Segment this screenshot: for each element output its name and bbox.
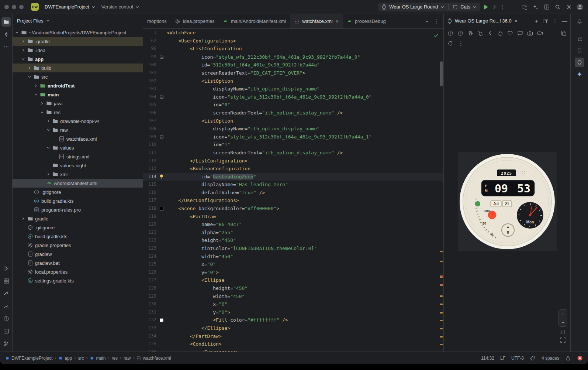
code-line-62[interactable]: 62 <UserConfigurations> <box>143 37 443 45</box>
minimize-window-button[interactable] <box>12 5 16 9</box>
code-line-126[interactable]: 126 y="0"> <box>143 268 443 277</box>
tree-item[interactable]: values <box>13 143 143 152</box>
gradle-tool-button[interactable] <box>575 34 584 44</box>
more-run-actions-icon[interactable]: ⋮ <box>500 4 505 10</box>
profile-run-icon[interactable] <box>492 4 498 10</box>
project-menu[interactable]: DWFExampleProject <box>42 3 98 11</box>
gemini-tool-button[interactable] <box>575 69 584 79</box>
tree-item[interactable]: local.properties <box>13 267 143 276</box>
code-line-116[interactable]: 116 defaultValue="true" /> <box>143 189 443 197</box>
device-mirror-icon[interactable] <box>522 4 528 10</box>
code-line-1[interactable]: 1<WatchFace <box>143 29 443 37</box>
code-line-108[interactable]: 108 displayName="ith_option_display_name… <box>143 125 443 133</box>
back-icon[interactable] <box>487 30 493 36</box>
terminal-tool-button[interactable] <box>1 326 11 336</box>
chevron-right-icon[interactable] <box>46 119 51 123</box>
zoom-in-button[interactable]: + <box>559 310 567 318</box>
commit-tool-button[interactable] <box>1 30 11 39</box>
tree-item[interactable]: </>watchface.xml <box>13 134 143 143</box>
code-line-102[interactable]: 102 <ListOption <box>143 77 443 85</box>
tree-item[interactable]: gradle <box>13 214 143 223</box>
version-control-tool-button[interactable] <box>1 339 11 349</box>
running-devices-tool-button[interactable] <box>575 58 584 67</box>
code-line-121[interactable]: 121 alpha="255" <box>143 229 443 237</box>
code-line-104[interactable]: 104 icon="style_wfs_312c30bf_f64a_461e_9… <box>143 93 443 101</box>
file-encoding[interactable]: UTF-8 <box>511 356 524 361</box>
tree-item[interactable]: ~/AndroidStudioProjects/DWFExampleProjec… <box>13 28 143 37</box>
code-line-132[interactable]: 132 <Fill color="#ffffffff" /> <box>143 316 443 324</box>
tilt-icon[interactable] <box>477 30 483 36</box>
code-line-100[interactable]: 100 id="312c30bf_f64a_461e_9c93_992f2fb7… <box>143 61 443 69</box>
tree-item[interactable]: Gbuild.gradle.kts <box>13 232 143 241</box>
build-tool-button[interactable] <box>1 289 11 298</box>
code-line-107[interactable]: 107 <ListOption <box>143 117 443 125</box>
breadcrumb-item[interactable]: app <box>58 356 72 361</box>
run-config-selector[interactable]: Cats <box>460 4 470 10</box>
code-line-123[interactable]: 123 tintColor="[CONFIGURATION.themeColor… <box>143 244 443 253</box>
button-1-icon[interactable]: 1 <box>447 30 453 36</box>
palm-icon[interactable] <box>467 30 473 36</box>
tree-item[interactable]: androidTest <box>13 81 143 90</box>
device-selector[interactable]: Wear OS Large Round <box>389 4 438 10</box>
chevron-down-icon[interactable] <box>440 5 445 9</box>
notifications-tool-button[interactable] <box>575 17 584 27</box>
chevron-right-icon[interactable] <box>21 216 25 221</box>
code-line-103[interactable]: 103 displayName="ith_option_display_name… <box>143 85 443 93</box>
tree-item[interactable]: </>strings.xml <box>13 152 143 161</box>
code-line-134[interactable]: 134 </PartDraw> <box>143 332 443 340</box>
chevron-right-icon[interactable] <box>46 172 51 177</box>
tree-item[interactable]: drawable-nodpi-v4 <box>13 117 143 126</box>
code-editor[interactable]: 1<WatchFace62 <UserConfigurations>96 <Li… <box>143 29 443 352</box>
code-line-113[interactable]: 113 <BooleanConfiguration <box>143 165 443 173</box>
services-tool-button[interactable] <box>1 276 11 286</box>
open-in-window-icon[interactable] <box>542 18 548 24</box>
chevron-down-icon[interactable] <box>40 110 44 114</box>
code-line-117[interactable]: 117 </UserConfigurations> <box>143 196 443 205</box>
code-line-111[interactable]: 111 screenReaderText="ith_option_display… <box>143 149 443 157</box>
indent-setting[interactable]: 4 spaces <box>542 356 559 361</box>
chevron-right-icon[interactable] <box>21 48 25 52</box>
camera-icon[interactable] <box>527 30 533 36</box>
chevron-right-icon[interactable] <box>34 83 38 88</box>
chevron-right-icon[interactable] <box>40 101 44 106</box>
breadcrumb-item[interactable]: DWFExampleProject <box>5 356 52 361</box>
user-avatar[interactable] <box>576 3 584 11</box>
code-line-105[interactable]: 105 id="0" <box>143 101 443 109</box>
editor-tab[interactable]: main/AndroidManifest.xml <box>219 14 290 28</box>
drawable-preview-icon[interactable] <box>159 55 164 59</box>
code-line-119[interactable]: 119 <PartDraw <box>143 213 443 221</box>
tab-options-icon[interactable]: ⋮ <box>433 18 439 24</box>
code-line-122[interactable]: 122 height="450" <box>143 236 443 244</box>
run-tool-button[interactable] <box>1 264 11 273</box>
close-window-button[interactable] <box>4 5 9 9</box>
tree-item[interactable]: proguard-rules.pro <box>13 205 143 214</box>
chevron-down-icon[interactable] <box>473 5 477 9</box>
close-icon[interactable]: × <box>515 18 518 24</box>
tree-item[interactable]: .gitignore <box>13 188 143 196</box>
code-line-114[interactable]: 114 id="hasLeadingZero" <box>143 173 443 181</box>
code-line-99[interactable]: 99 icon="style_wfs_312c30bf_f64a_461e_9c… <box>143 53 443 61</box>
tab-list-dropdown-icon[interactable] <box>425 19 429 24</box>
code-line-127[interactable]: 127 <Ellipse <box>143 276 443 284</box>
code-line-128[interactable]: 128 height="450" <box>143 284 443 292</box>
tree-item[interactable]: src <box>13 72 143 81</box>
code-line-96[interactable]: 96 <ListConfiguration <box>143 45 443 53</box>
tree-item[interactable]: .gradle <box>13 37 143 46</box>
device-manager-tool-button[interactable] <box>575 46 584 55</box>
zoom-out-button[interactable]: − <box>559 318 567 326</box>
code-line-129[interactable]: 129 width="450" <box>143 292 443 301</box>
message-icon[interactable] <box>517 30 523 36</box>
chevron-right-icon[interactable] <box>27 66 32 70</box>
chevron-down-icon[interactable] <box>46 128 51 132</box>
tree-item[interactable]: xml <box>13 170 143 179</box>
window-controls[interactable] <box>4 5 24 9</box>
problems-tool-button[interactable] <box>1 314 11 323</box>
maximize-window-button[interactable] <box>19 5 24 9</box>
breadcrumb-item[interactable]: raw <box>124 356 131 361</box>
code-line-133[interactable]: 133 </Ellipse> <box>143 324 443 332</box>
tree-item[interactable]: Gsettings.gradle.kts <box>13 276 143 285</box>
chevron-down-icon[interactable] <box>27 75 32 79</box>
caret-position[interactable]: 114:32 <box>481 356 494 361</box>
more-icon[interactable]: ⋮ <box>458 41 464 46</box>
lock-icon[interactable] <box>565 355 571 361</box>
